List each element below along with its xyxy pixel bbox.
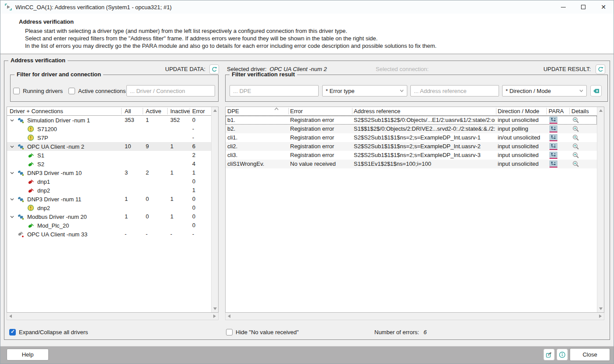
update-result-button[interactable] [596,64,605,74]
error-table-row[interactable]: b1. Registration error S2$S2Sub1$1$2$/0:… [226,116,597,125]
number-of-errors-value: 6 [424,329,427,335]
error-table-row[interactable]: b2. Registration error S1$$1$2$/0:Object… [226,125,597,133]
update-data-button[interactable] [209,64,219,74]
error-table-row[interactable]: cli3. Registration error S2$S2Sub1$1$1$n… [226,151,597,160]
driver-tree-row[interactable]: dnp1 0 [7,177,211,186]
scroll-left-icon [9,314,12,318]
address-reference-filter-input[interactable] [410,85,499,96]
expander-chevron-icon[interactable] [10,143,17,150]
para-module-icon[interactable] [549,143,557,150]
driver-tree-row[interactable]: Mod_Plc_20 0 [7,221,211,230]
driver-tree-row[interactable]: OPC UA Client -num 2 10 9 1 6 [7,142,211,151]
dpe-value: cli2. [227,142,287,151]
driver-filter-groupbox: Filter for driver and connection Running… [10,75,219,102]
error-table-row[interactable]: cliS1WrongEv. No value received S1$S1Ev1… [226,160,597,168]
magnifier-plus-icon[interactable] [572,134,579,141]
bottom-bar: Help Close [0,346,614,364]
col-error[interactable]: Error [290,107,303,115]
error-value: 1 [192,168,195,177]
driver-tree-row[interactable]: Simulation Driver -num 1 353 1 352 0 [7,116,211,125]
maximize-button[interactable] [573,0,593,14]
error-type-select[interactable]: * Error type [322,85,407,96]
groupbox-title: Address verification [8,57,68,64]
para-module-icon[interactable] [549,161,557,168]
expander-chevron-icon[interactable] [10,213,17,220]
col-para[interactable]: PARA [549,107,564,115]
column-separator [569,108,570,114]
export-button[interactable] [543,349,555,360]
col-direction-mode[interactable]: Direction / Mode [498,107,539,115]
driver-row-label: Simulation Driver -num 1 [27,117,90,124]
error-type-value: Registration error [290,125,351,133]
running-drivers-checkbox[interactable] [13,88,20,94]
connection-status-icon [27,204,34,211]
magnifier-plus-icon[interactable] [572,125,579,132]
direction-mode-select[interactable]: * Direction / Mode [502,85,587,96]
hide-no-value-checkbox[interactable] [226,329,233,335]
connection-status-icon [27,134,34,141]
result-panel-hscrollbar[interactable] [225,313,604,320]
para-module-icon[interactable] [549,117,557,124]
expander-chevron-icon[interactable] [10,169,17,176]
col-details[interactable]: Details [571,107,589,115]
connection-status-icon [27,125,34,132]
inactive-value: 1 [170,195,173,203]
active-value: 1 [146,116,149,125]
driver-row-label: DNP3 Driver -num 10 [27,170,82,176]
magnifier-plus-icon[interactable] [572,161,579,168]
driver-tree-row[interactable]: dnp2 0 [7,203,211,212]
driver-tree-row[interactable]: DNP3 Driver -num 11 1 0 1 0 [7,195,211,203]
driver-tree-row[interactable]: S71200 - [7,125,211,133]
info-button[interactable] [557,349,568,360]
para-module-icon[interactable] [549,134,557,141]
error-table-row[interactable]: cli2. Registration error S2$S2Sub1$1$1$n… [226,142,597,151]
driver-connection-filter-input[interactable] [126,85,215,96]
selected-connection-label: Selected connection: [376,66,429,72]
driver-tree-row[interactable]: S7P - [7,133,211,142]
magnifier-plus-icon[interactable] [572,117,579,124]
result-panel-vscrollbar[interactable] [597,107,604,312]
driver-tree-row[interactable]: OPC UA Client -num 33 - - - - [7,230,211,239]
col-dpe[interactable]: DPE [227,107,239,115]
error-table-row[interactable]: cli1. Registration error S2$S2Sub1$1$1$n… [226,133,597,142]
minimize-button[interactable] [553,0,573,14]
driver-panel-hscrollbar[interactable] [7,313,219,320]
para-module-icon[interactable] [549,152,557,159]
driver-panel-vscrollbar[interactable] [211,107,218,312]
driver-tree-row[interactable]: DNP3 Driver -num 10 3 2 1 1 [7,168,211,177]
help-button[interactable]: Help [7,349,49,360]
magnifier-plus-icon[interactable] [572,152,579,159]
content-area: Address verification UPDATE DATA: Select… [0,54,614,346]
col-inactive: Inactive [170,107,190,115]
col-driver-connections: Driver + Connections [10,107,63,115]
error-value: - [192,230,194,239]
driver-tree-row[interactable]: S2 4 [7,160,211,168]
close-button-label: Close [582,351,597,358]
driver-tree-row[interactable]: dnp2 1 [7,186,211,195]
clear-filters-button[interactable] [590,85,602,96]
active-value: 9 [146,142,149,151]
dpe-value: b1. [227,116,287,125]
driver-tree-row[interactable]: S1 2 [7,151,211,160]
error-value: 1 [192,186,195,195]
direction-mode-value: input unsolicited [498,116,545,125]
error-value: 0 [192,221,195,230]
close-button[interactable]: Close [570,348,610,361]
column-separator [190,108,190,114]
info-icon [559,351,566,358]
dpe-filter-input[interactable] [230,85,319,96]
active-value: 0 [146,195,149,203]
address-reference-value: S2$S2Sub1$1$2$/0:Objects/...E1/2:uasrv&1… [354,116,495,125]
col-address-reference[interactable]: Address reference [354,107,400,115]
error-value: - [192,125,194,133]
error-type-value: * Error type [326,88,398,94]
error-table-header: DPE Error Address reference Direction / … [226,107,597,116]
para-module-icon[interactable] [549,125,557,132]
magnifier-plus-icon[interactable] [572,143,579,150]
driver-tree-row[interactable]: Modbus Driver -num 20 1 0 1 0 [7,212,211,221]
active-connections-checkbox[interactable] [68,88,75,94]
close-window-button[interactable]: ✕ [593,0,614,14]
expander-chevron-icon[interactable] [10,196,17,203]
expand-collapse-checkbox[interactable] [9,329,16,335]
expander-chevron-icon[interactable] [10,117,17,124]
